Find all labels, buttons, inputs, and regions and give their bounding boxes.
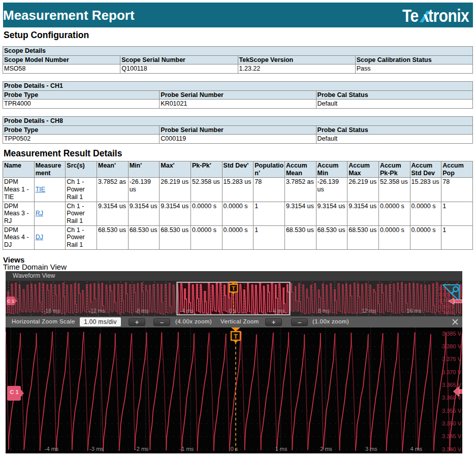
svg-text:3 ms: 3 ms bbox=[365, 446, 377, 452]
svg-text:3.350 V: 3.350 V bbox=[442, 420, 462, 427]
svg-text:16 ms: 16 ms bbox=[407, 308, 422, 314]
svg-text:T: T bbox=[234, 333, 238, 340]
svg-text:-4 ms: -4 ms bbox=[45, 446, 59, 452]
svg-text:4 ms: 4 ms bbox=[410, 446, 422, 452]
svg-text:-16 ms: -16 ms bbox=[44, 308, 60, 314]
svg-text:-3 ms: -3 ms bbox=[89, 446, 104, 452]
svg-text:12 ms: 12 ms bbox=[362, 308, 376, 314]
svg-text:-1 ms: -1 ms bbox=[180, 446, 194, 452]
svg-text:3.385 V: 3.385 V bbox=[442, 331, 462, 337]
svg-text:3.345 V: 3.345 V bbox=[442, 433, 462, 439]
svg-text:-2 ms: -2 ms bbox=[135, 446, 149, 452]
svg-text:T: T bbox=[232, 285, 235, 291]
svg-text:C 1: C 1 bbox=[10, 389, 18, 395]
svg-text:3.355 V: 3.355 V bbox=[442, 408, 462, 414]
svg-text:4 ms: 4 ms bbox=[273, 308, 285, 314]
svg-text:tronix: tronix bbox=[428, 6, 469, 26]
svg-text:C 1: C 1 bbox=[7, 299, 14, 304]
svg-text:-4 ms: -4 ms bbox=[180, 308, 194, 314]
svg-text:3.380 V: 3.380 V bbox=[442, 343, 462, 349]
svg-text:3.355 V: 3.355 V bbox=[438, 304, 454, 309]
svg-text:1 ms: 1 ms bbox=[275, 446, 288, 452]
svg-text:0 s: 0 s bbox=[229, 308, 236, 314]
svg-text:3.345 V: 3.345 V bbox=[438, 310, 454, 315]
svg-text:3.340 V: 3.340 V bbox=[442, 446, 462, 452]
svg-text:8 ms: 8 ms bbox=[318, 308, 330, 314]
svg-text:Te: Te bbox=[402, 6, 419, 26]
svg-text:-8 ms: -8 ms bbox=[135, 308, 148, 314]
svg-text:0 s: 0 s bbox=[231, 446, 238, 452]
svg-text:2 ms: 2 ms bbox=[320, 446, 332, 452]
svg-text:-12 ms: -12 ms bbox=[89, 308, 105, 314]
svg-text:3.370 V: 3.370 V bbox=[442, 369, 462, 375]
svg-text:3.375 V: 3.375 V bbox=[442, 356, 462, 362]
